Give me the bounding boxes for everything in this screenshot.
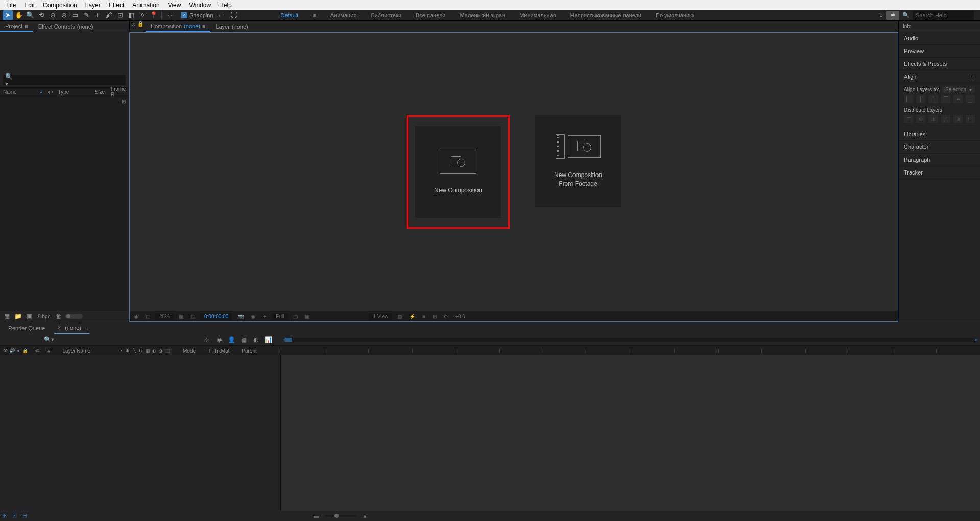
type-tool-icon[interactable]: T xyxy=(92,10,103,20)
effect-controls-tab[interactable]: Effect Controls (none) xyxy=(33,21,99,32)
current-time[interactable]: 0:00:00:00 xyxy=(200,313,232,320)
effects-presets-tab[interactable]: Effects & Presets xyxy=(899,58,980,70)
snap-opt2-icon[interactable]: ⛶ xyxy=(229,10,240,20)
frame-blend-icon[interactable]: ▦ xyxy=(239,336,248,344)
motion-blur-icon[interactable]: ◐ xyxy=(251,336,260,344)
resolution-select[interactable]: Full xyxy=(272,313,288,320)
dist-bottom-icon[interactable]: ⊥ xyxy=(928,115,938,123)
time-ruler[interactable] xyxy=(281,349,980,353)
collapse-icon[interactable]: ✱ xyxy=(125,348,131,354)
composition-tab[interactable]: Composition (none) ≡ xyxy=(146,21,210,32)
solo-col-icon[interactable]: ● xyxy=(15,348,21,354)
workspace-default[interactable]: Default xyxy=(281,12,299,18)
workspace-minimal[interactable]: Минимальная xyxy=(519,12,556,18)
always-preview-icon[interactable]: ◉ xyxy=(132,314,140,319)
tracker-panel-tab[interactable]: Tracker xyxy=(899,166,980,179)
new-folder-icon[interactable]: 📁 xyxy=(13,312,22,320)
comp-tab-close-icon[interactable]: × xyxy=(132,21,135,32)
zoom-tool-icon[interactable]: 🔍 xyxy=(25,10,35,20)
col-mode[interactable]: Mode xyxy=(173,348,206,354)
composition-tab-menu-icon[interactable]: ≡ xyxy=(202,23,205,29)
col-trkmat[interactable]: T .TrkMat xyxy=(208,348,229,354)
align-target-select[interactable]: Selection▾ xyxy=(942,86,975,93)
timeline-tab-close-icon[interactable]: × xyxy=(57,324,61,331)
pixel-aspect-icon[interactable]: ▥ xyxy=(395,314,404,319)
align-left-icon[interactable]: ▏ xyxy=(904,95,913,103)
fast-preview-icon[interactable]: ⚡ xyxy=(407,314,417,319)
toggle-switches-icon[interactable]: ⊞ xyxy=(2,512,10,519)
workspace-default-ru[interactable]: По умолчанию xyxy=(656,12,694,18)
menu-view[interactable]: View xyxy=(164,1,185,10)
dist-vcenter-icon[interactable]: ⊕ xyxy=(916,115,925,123)
timeline-zoom-slider[interactable] xyxy=(325,515,356,517)
3d-icon[interactable]: ⬚ xyxy=(164,348,171,354)
workspace-libraries[interactable]: Библиотеки xyxy=(371,12,401,18)
menu-help[interactable]: Help xyxy=(215,1,236,10)
motion-blur-sw-icon[interactable]: ◐ xyxy=(151,348,157,354)
selection-tool-icon[interactable]: ➤ xyxy=(3,10,13,20)
col-layer-name[interactable]: Layer Name xyxy=(58,348,95,354)
new-comp-icon[interactable]: ▣ xyxy=(25,312,34,320)
color-mgmt-icon[interactable]: ✦ xyxy=(260,314,269,319)
video-col-icon[interactable]: 👁 xyxy=(2,348,8,354)
bpc-display[interactable]: 8 bpc xyxy=(36,314,52,319)
flowchart-icon[interactable]: ⊞ xyxy=(122,98,126,104)
exposure-value[interactable]: +0.0 xyxy=(453,314,467,319)
draft3d-icon[interactable]: ◉ xyxy=(214,336,224,344)
zoom-out-icon[interactable]: ▬ xyxy=(314,513,319,519)
sync-settings-icon[interactable]: ⇄ xyxy=(886,11,899,20)
project-tab-menu-icon[interactable]: ≡ xyxy=(25,23,28,29)
toggle-in-out-icon[interactable]: ⊟ xyxy=(22,512,31,519)
menu-composition[interactable]: Composition xyxy=(39,1,81,10)
menu-animation[interactable]: Animation xyxy=(128,1,163,10)
project-items-list[interactable]: ⊞ xyxy=(0,96,129,311)
timeline-tab-menu-icon[interactable]: ≡ xyxy=(83,325,86,331)
layer-tab[interactable]: Layer (none) xyxy=(210,21,253,32)
brush-tool-icon[interactable]: 🖌 xyxy=(104,10,114,20)
workspace-overflow-icon[interactable]: » xyxy=(880,12,883,18)
reset-exposure-icon[interactable]: ⊙ xyxy=(442,314,450,319)
snapshot-icon[interactable]: 📷 xyxy=(235,314,246,319)
quality-icon[interactable]: ╲ xyxy=(131,348,137,354)
layer-list[interactable] xyxy=(0,355,281,511)
magnification-icon[interactable]: ▢ xyxy=(144,314,152,319)
workspace-animation[interactable]: Анимация xyxy=(330,12,357,18)
hide-shy-icon[interactable]: 👤 xyxy=(227,336,236,344)
project-search-input[interactable] xyxy=(17,76,124,85)
comp-tab-lock-icon[interactable]: 🔒 xyxy=(137,21,144,32)
timeline-none-tab[interactable]: × (none) ≡ xyxy=(54,322,89,334)
search-help-input[interactable]: Search Help xyxy=(913,11,974,20)
timeline-icon[interactable]: ≡ xyxy=(420,314,427,319)
zoom-in-icon[interactable]: ▲ xyxy=(362,513,368,519)
rect-tool-icon[interactable]: ▭ xyxy=(70,10,80,20)
workspace-all-panels[interactable]: Все панели xyxy=(416,12,445,18)
align-hcenter-icon[interactable]: ┃ xyxy=(916,95,925,103)
col-type[interactable]: Type xyxy=(55,89,88,95)
channel-icon[interactable]: ◉ xyxy=(249,314,257,319)
align-panel-tab[interactable]: Align≡ xyxy=(899,70,980,83)
frame-blend-sw-icon[interactable]: ▦ xyxy=(145,348,151,354)
toggle-modes-icon[interactable]: ⊡ xyxy=(12,512,20,519)
audio-col-icon[interactable]: 🔊 xyxy=(9,348,15,354)
roto-tool-icon[interactable]: ✧ xyxy=(137,10,148,20)
camera-tool-icon[interactable]: ⊕ xyxy=(47,10,58,20)
pen-tool-icon[interactable]: ✎ xyxy=(81,10,91,20)
menu-file[interactable]: File xyxy=(2,1,20,10)
graph-editor-icon[interactable]: 📊 xyxy=(264,336,273,344)
dist-hcenter-icon[interactable]: ⊕ xyxy=(953,115,963,123)
col-sort-icon[interactable]: ▲ xyxy=(37,90,46,94)
col-name[interactable]: Name xyxy=(0,89,37,95)
mask-toggle-icon[interactable]: ◫ xyxy=(188,314,197,319)
workspace-dropdown-icon[interactable]: ≡ xyxy=(313,12,316,18)
menu-edit[interactable]: Edit xyxy=(20,1,39,10)
col-num[interactable]: # xyxy=(42,348,56,354)
dist-top-icon[interactable]: ⊤ xyxy=(904,115,913,123)
eraser-tool-icon[interactable]: ◧ xyxy=(126,10,136,20)
col-size[interactable]: Size xyxy=(87,89,108,95)
project-tab[interactable]: Project ≡ xyxy=(0,21,33,32)
zoom-select[interactable]: 25% xyxy=(155,313,174,320)
align-right-icon[interactable]: ▕ xyxy=(928,95,938,103)
thumbnail-slider[interactable] xyxy=(65,314,83,319)
snapping-checkbox[interactable]: ✓ xyxy=(181,12,187,18)
shy-icon[interactable]: ▪ xyxy=(118,348,124,354)
